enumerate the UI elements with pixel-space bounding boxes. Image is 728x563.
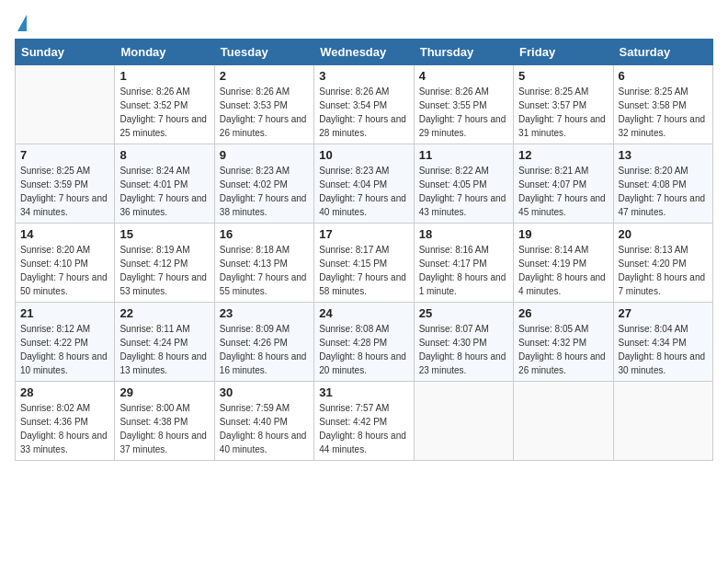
calendar-cell: 6Sunrise: 8:25 AMSunset: 3:58 PMDaylight… [613,65,712,144]
day-info: Sunrise: 8:26 AMSunset: 3:52 PMDaylight:… [119,85,209,140]
calendar-cell: 30Sunrise: 7:59 AMSunset: 4:40 PMDayligh… [214,382,313,461]
calendar-cell: 17Sunrise: 8:17 AMSunset: 4:15 PMDayligh… [314,224,414,303]
day-info: Sunrise: 8:07 AMSunset: 4:30 PMDaylight:… [419,322,508,377]
day-number: 9 [220,148,309,162]
day-info: Sunrise: 8:25 AMSunset: 3:58 PMDaylight:… [619,85,708,140]
day-info: Sunrise: 8:23 AMSunset: 4:04 PMDaylight:… [319,164,408,219]
calendar-cell [414,382,513,461]
day-number: 30 [220,385,309,399]
day-info: Sunrise: 8:24 AMSunset: 4:01 PMDaylight:… [119,164,209,219]
weekday-header-monday: Monday [115,40,214,65]
day-number: 3 [319,69,408,83]
day-number: 22 [119,306,209,320]
day-number: 17 [319,227,408,241]
day-number: 28 [20,385,109,399]
calendar-cell: 9Sunrise: 8:23 AMSunset: 4:02 PMDaylight… [214,144,313,224]
calendar-cell: 7Sunrise: 8:25 AMSunset: 3:59 PMDaylight… [16,144,115,224]
day-info: Sunrise: 8:08 AMSunset: 4:28 PMDaylight:… [319,322,408,377]
day-info: Sunrise: 8:00 AMSunset: 4:38 PMDaylight:… [119,401,209,456]
day-info: Sunrise: 8:17 AMSunset: 4:15 PMDaylight:… [319,243,408,298]
day-info: Sunrise: 8:09 AMSunset: 4:26 PMDaylight:… [220,322,309,377]
weekday-header-saturday: Saturday [613,40,712,65]
day-number: 13 [619,148,708,162]
day-number: 23 [220,306,309,320]
day-number: 11 [419,148,508,162]
calendar-cell: 10Sunrise: 8:23 AMSunset: 4:04 PMDayligh… [314,144,414,224]
day-number: 15 [119,227,209,241]
day-number: 20 [619,227,708,241]
day-info: Sunrise: 8:20 AMSunset: 4:10 PMDaylight:… [20,243,109,298]
day-number: 2 [220,69,309,83]
calendar-cell: 27Sunrise: 8:04 AMSunset: 4:34 PMDayligh… [613,303,712,382]
calendar-table: SundayMondayTuesdayWednesdayThursdayFrid… [15,39,713,461]
day-number: 7 [20,148,109,162]
calendar-cell: 1Sunrise: 8:26 AMSunset: 3:52 PMDaylight… [115,65,214,144]
day-number: 21 [20,306,109,320]
day-info: Sunrise: 8:05 AMSunset: 4:32 PMDaylight:… [518,322,608,377]
calendar-cell: 5Sunrise: 8:25 AMSunset: 3:57 PMDaylight… [514,65,613,144]
calendar-cell: 3Sunrise: 8:26 AMSunset: 3:54 PMDaylight… [314,65,414,144]
day-number: 18 [419,227,508,241]
day-info: Sunrise: 8:11 AMSunset: 4:24 PMDaylight:… [119,322,209,377]
calendar-cell: 24Sunrise: 8:08 AMSunset: 4:28 PMDayligh… [314,303,414,382]
calendar-cell: 2Sunrise: 8:26 AMSunset: 3:53 PMDaylight… [214,65,313,144]
weekday-header-wednesday: Wednesday [314,40,414,65]
calendar-cell: 22Sunrise: 8:11 AMSunset: 4:24 PMDayligh… [115,303,214,382]
calendar-cell [16,65,115,144]
calendar-week-row: 28Sunrise: 8:02 AMSunset: 4:36 PMDayligh… [16,382,713,461]
day-number: 19 [518,227,608,241]
logo-triangle-icon [17,15,27,31]
day-number: 26 [518,306,608,320]
day-number: 5 [518,69,608,83]
day-info: Sunrise: 8:02 AMSunset: 4:36 PMDaylight:… [20,401,109,456]
calendar-cell: 19Sunrise: 8:14 AMSunset: 4:19 PMDayligh… [514,224,613,303]
day-info: Sunrise: 8:12 AMSunset: 4:22 PMDaylight:… [20,322,109,377]
calendar-cell: 12Sunrise: 8:21 AMSunset: 4:07 PMDayligh… [514,144,613,224]
weekday-header-row: SundayMondayTuesdayWednesdayThursdayFrid… [16,40,713,65]
day-info: Sunrise: 8:25 AMSunset: 3:57 PMDaylight:… [518,85,608,140]
calendar-cell [514,382,613,461]
day-info: Sunrise: 8:26 AMSunset: 3:53 PMDaylight:… [220,85,309,140]
day-info: Sunrise: 8:04 AMSunset: 4:34 PMDaylight:… [619,322,708,377]
calendar-cell: 20Sunrise: 8:13 AMSunset: 4:20 PMDayligh… [613,224,712,303]
weekday-header-tuesday: Tuesday [214,40,313,65]
day-info: Sunrise: 8:19 AMSunset: 4:12 PMDaylight:… [119,243,209,298]
calendar-week-row: 7Sunrise: 8:25 AMSunset: 3:59 PMDaylight… [16,144,713,224]
page-header [15,15,713,31]
calendar-week-row: 21Sunrise: 8:12 AMSunset: 4:22 PMDayligh… [16,303,713,382]
day-info: Sunrise: 8:23 AMSunset: 4:02 PMDaylight:… [220,164,309,219]
day-info: Sunrise: 8:26 AMSunset: 3:55 PMDaylight:… [419,85,508,140]
calendar-cell: 16Sunrise: 8:18 AMSunset: 4:13 PMDayligh… [214,224,313,303]
day-number: 29 [119,385,209,399]
calendar-cell: 25Sunrise: 8:07 AMSunset: 4:30 PMDayligh… [414,303,513,382]
calendar-week-row: 1Sunrise: 8:26 AMSunset: 3:52 PMDaylight… [16,65,713,144]
calendar-cell: 4Sunrise: 8:26 AMSunset: 3:55 PMDaylight… [414,65,513,144]
calendar-cell: 26Sunrise: 8:05 AMSunset: 4:32 PMDayligh… [514,303,613,382]
day-number: 31 [319,385,408,399]
day-number: 6 [619,69,708,83]
weekday-header-friday: Friday [514,40,613,65]
day-info: Sunrise: 8:26 AMSunset: 3:54 PMDaylight:… [319,85,408,140]
day-info: Sunrise: 8:14 AMSunset: 4:19 PMDaylight:… [518,243,608,298]
weekday-header-thursday: Thursday [414,40,513,65]
day-number: 14 [20,227,109,241]
calendar-cell: 21Sunrise: 8:12 AMSunset: 4:22 PMDayligh… [16,303,115,382]
day-number: 27 [619,306,708,320]
logo [15,15,27,31]
calendar-cell: 13Sunrise: 8:20 AMSunset: 4:08 PMDayligh… [613,144,712,224]
calendar-cell: 18Sunrise: 8:16 AMSunset: 4:17 PMDayligh… [414,224,513,303]
day-info: Sunrise: 8:21 AMSunset: 4:07 PMDaylight:… [518,164,608,219]
day-number: 1 [119,69,209,83]
calendar-cell: 15Sunrise: 8:19 AMSunset: 4:12 PMDayligh… [115,224,214,303]
day-info: Sunrise: 8:18 AMSunset: 4:13 PMDaylight:… [220,243,309,298]
day-info: Sunrise: 8:16 AMSunset: 4:17 PMDaylight:… [419,243,508,298]
day-info: Sunrise: 8:22 AMSunset: 4:05 PMDaylight:… [419,164,508,219]
calendar-cell [613,382,712,461]
day-number: 4 [419,69,508,83]
calendar-cell: 28Sunrise: 8:02 AMSunset: 4:36 PMDayligh… [16,382,115,461]
day-number: 10 [319,148,408,162]
day-number: 12 [518,148,608,162]
calendar-cell: 29Sunrise: 8:00 AMSunset: 4:38 PMDayligh… [115,382,214,461]
calendar-cell: 11Sunrise: 8:22 AMSunset: 4:05 PMDayligh… [414,144,513,224]
day-number: 24 [319,306,408,320]
